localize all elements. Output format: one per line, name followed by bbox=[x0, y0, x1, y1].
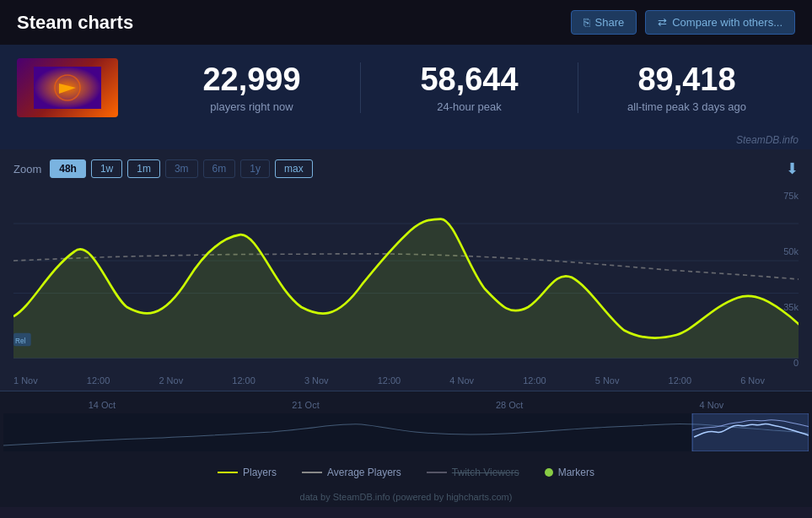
avg-players-line-icon bbox=[302, 472, 322, 473]
stat-24h-peak: 58,644 24-hour peak bbox=[361, 62, 578, 114]
x-axis: 1 Nov 12:00 2 Nov 12:00 3 Nov 12:00 4 No… bbox=[13, 372, 799, 391]
share-icon: ⎘ bbox=[583, 16, 590, 29]
compare-icon: ⇄ bbox=[658, 16, 667, 29]
legend-twitch-label: Twitch Viewers bbox=[452, 467, 519, 478]
players-now-label: players right now bbox=[169, 100, 335, 113]
zoom-3m[interactable]: 3m bbox=[165, 159, 198, 178]
zoom-max[interactable]: max bbox=[275, 159, 313, 178]
24h-peak-label: 24-hour peak bbox=[386, 100, 552, 113]
compare-button[interactable]: ⇄ Compare with others... bbox=[645, 10, 795, 35]
chart-section: Zoom 48h 1w 1m 3m 6m 1y max ⬇ Rel bbox=[0, 149, 812, 391]
header: Steam charts ⎘ Share ⇄ Compare with othe… bbox=[0, 0, 812, 45]
nav-chart[interactable] bbox=[3, 413, 809, 451]
zoom-1w[interactable]: 1w bbox=[91, 159, 122, 178]
legend-markers-label: Markers bbox=[558, 467, 594, 478]
alltime-peak-value: 89,418 bbox=[604, 62, 770, 98]
24h-peak-value: 58,644 bbox=[386, 62, 552, 98]
y-axis: 75k 50k 35k 0 bbox=[769, 186, 799, 372]
zoom-label: Zoom bbox=[13, 163, 41, 175]
legend-markers: Markers bbox=[545, 467, 594, 478]
stat-alltime-peak: 89,418 all-time peak 3 days ago bbox=[578, 62, 795, 114]
stats-bar: 22,999 players right now 58,644 24-hour … bbox=[0, 45, 812, 131]
legend-twitch: Twitch Viewers bbox=[427, 467, 519, 478]
legend-avg-players: Average Players bbox=[302, 467, 401, 478]
game-thumbnail bbox=[17, 58, 118, 117]
alltime-peak-label: all-time peak 3 days ago bbox=[604, 100, 770, 113]
players-now-value: 22,999 bbox=[169, 62, 335, 98]
players-line-icon bbox=[218, 472, 238, 473]
svg-text:Rel: Rel bbox=[15, 337, 26, 345]
data-credit: data by SteamDB.info (powered by highcha… bbox=[0, 487, 812, 507]
steamdb-credit: SteamDB.info bbox=[0, 131, 812, 149]
zoom-1m[interactable]: 1m bbox=[127, 159, 160, 178]
header-actions: ⎘ Share ⇄ Compare with others... bbox=[571, 10, 795, 35]
nav-labels: 14 Oct 21 Oct 28 Oct 4 Nov bbox=[0, 397, 812, 413]
legend-players-label: Players bbox=[243, 467, 277, 478]
zoom-6m[interactable]: 6m bbox=[203, 159, 236, 178]
markers-dot-icon bbox=[545, 468, 553, 477]
stat-players-now: 22,999 players right now bbox=[143, 62, 361, 114]
zoom-bar: Zoom 48h 1w 1m 3m 6m 1y max ⬇ bbox=[13, 159, 799, 178]
download-button[interactable]: ⬇ bbox=[786, 159, 799, 178]
navigator: 14 Oct 21 Oct 28 Oct 4 Nov bbox=[0, 391, 812, 458]
twitch-line-icon bbox=[427, 472, 447, 473]
zoom-1y[interactable]: 1y bbox=[240, 159, 270, 178]
svg-rect-10 bbox=[692, 413, 809, 451]
zoom-48h[interactable]: 48h bbox=[50, 159, 86, 178]
legend-avg-players-label: Average Players bbox=[327, 467, 401, 478]
chart-svg: Rel bbox=[13, 186, 799, 372]
app-title: Steam charts bbox=[17, 12, 133, 34]
main-chart: Rel 75k 50k 35k 0 bbox=[13, 186, 799, 372]
share-button[interactable]: ⎘ Share bbox=[571, 10, 637, 35]
svg-rect-9 bbox=[3, 413, 809, 451]
legend-players: Players bbox=[218, 467, 277, 478]
legend: Players Average Players Twitch Viewers M… bbox=[0, 458, 812, 487]
